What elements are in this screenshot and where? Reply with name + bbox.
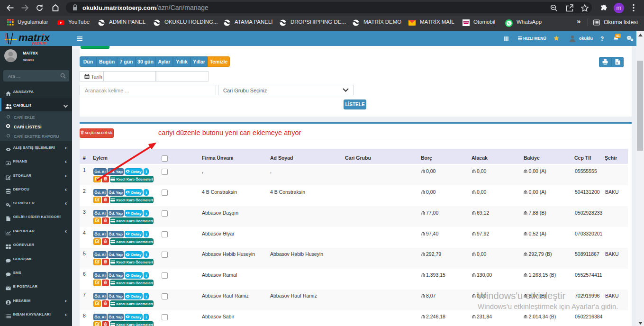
svg-text:x: x	[616, 61, 618, 64]
